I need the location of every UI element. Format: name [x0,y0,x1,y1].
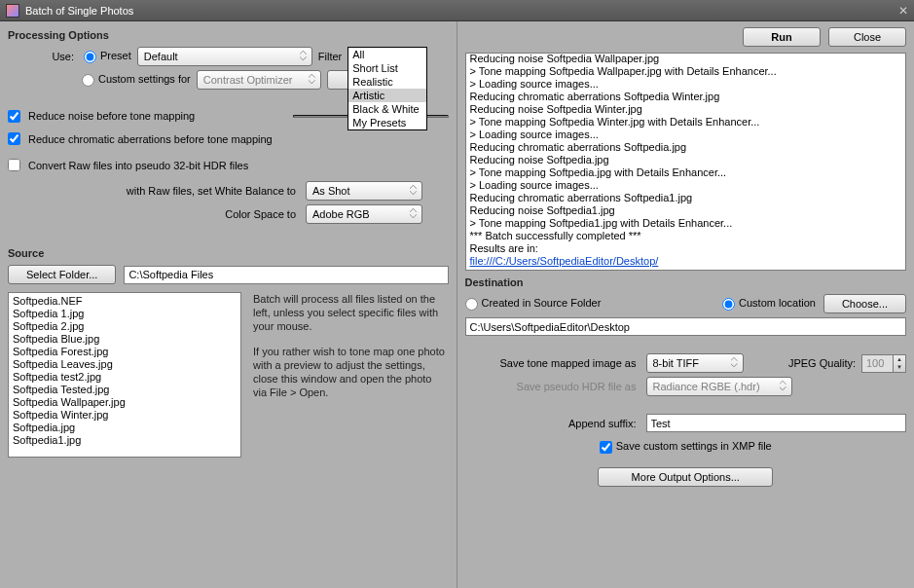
filter-option[interactable]: Short List [348,61,426,75]
preset-radio[interactable]: Preset [84,50,131,63]
close-button[interactable]: Close [828,27,906,47]
log-line: Reducing chromatic aberrations Softpedia… [470,192,902,204]
filter-option[interactable]: Realistic [348,75,426,89]
log-line: > Loading source images... [470,129,902,141]
custom-location-radio[interactable]: Custom location [722,297,816,311]
save-hdr-label: Save pseudo HDR file as [465,381,640,392]
select-folder-button[interactable]: Select Folder... [8,265,116,284]
log-line: Reducing chromatic aberrations Softpedia… [470,141,902,154]
list-item[interactable]: Softpedia.jpg [13,422,237,434]
destination-path-input[interactable] [465,317,907,336]
source-file-list[interactable]: Softpedia.NEFSoftpedia 1.jpgSoftpedia 2.… [8,292,241,458]
use-label: Use: [47,51,78,62]
list-item[interactable]: Softpedia Winter.jpg [13,409,237,422]
log-line: Results are in: [470,242,902,255]
list-item[interactable]: Softpedia Leaves.jpg [13,358,237,371]
list-item[interactable]: Softpedia Wallpaper.jpg [13,396,237,409]
append-suffix-label: Append suffix: [465,418,640,429]
log-line: > Tone mapping Softpedia1.jpg with Detai… [470,217,902,230]
more-output-options-button[interactable]: More Output Options... [598,467,773,487]
list-item[interactable]: Softpedia Tested.jpg [13,384,237,396]
list-item[interactable]: Softpedia Blue.jpg [13,333,237,346]
source-heading: Source [8,247,449,259]
run-button[interactable]: Run [743,27,821,47]
list-item[interactable]: Softpedia 2.jpg [13,320,237,333]
save-tonemapped-select[interactable]: 8-bit TIFF [646,353,744,373]
preset-select[interactable]: Default [137,47,312,66]
log-line: Reducing chromatic aberrations Softpedia… [470,91,902,103]
list-item[interactable]: Softpedia test2.jpg [13,371,237,384]
reduce-chroma-label: Reduce chromatic aberrations before tone… [28,133,273,145]
custom-settings-radio[interactable]: Custom settings for [82,73,191,87]
reduce-chroma-checkbox[interactable] [8,132,20,145]
source-hint-1: Batch will process all files listed on t… [253,292,449,333]
log-output[interactable]: Reducing chromatic aberrations Softpedia… [465,53,907,271]
filter-option[interactable]: Black & White [348,102,426,116]
list-item[interactable]: Softpedia Forest.jpg [13,346,237,358]
title-bar: Batch of Single Photos ✕ [0,0,914,21]
list-item[interactable]: Softpedia 1.jpg [13,308,237,320]
source-hint-2: If you rather wish to tone map one photo… [253,345,449,399]
processing-options-heading: Processing Options [8,29,449,41]
window-title: Batch of Single Photos [25,5,898,17]
source-path-input[interactable] [124,266,448,284]
close-icon[interactable]: ✕ [898,4,908,18]
convert-raw-label: Convert Raw files into pseudo 32-bit HDR… [28,160,248,171]
app-icon [6,4,19,18]
jpeg-quality-label: JPEG Quality: [788,357,856,369]
append-suffix-input[interactable] [646,414,907,432]
filter-dropdown: AllShort ListRealisticArtisticBlack & Wh… [347,47,427,130]
log-line: > Tone mapping Softpedia Winter.jpg with… [470,116,902,129]
custom-settings-select[interactable]: Contrast Optimizer [197,70,321,90]
log-line: > Tone mapping Softpedia Wallpaper.jpg w… [470,65,902,78]
log-line: > Tone mapping Softpedia.jpg with Detail… [470,166,902,179]
white-balance-select[interactable]: As Shot [306,181,422,201]
created-in-source-radio[interactable]: Created in Source Folder [465,297,602,311]
save-tonemapped-label: Save tone mapped image as [465,357,640,369]
log-line: > Loading source images... [470,179,902,192]
jpeg-quality-spinner[interactable]: ▲▼ [861,354,906,373]
filter-option[interactable]: My Presets [348,116,426,129]
log-line: *** Batch successfully completed *** [470,230,902,242]
save-hdr-select: Radiance RGBE (.hdr) [646,377,792,396]
color-space-label: Color Space to [8,208,300,220]
filter-option[interactable]: All [348,48,426,61]
log-line: > Loading source images... [470,78,902,91]
list-item[interactable]: Softpedia.NEF [13,295,237,308]
destination-heading: Destination [465,276,907,288]
color-space-select[interactable]: Adobe RGB [306,204,422,224]
log-line: Reducing noise Softpedia1.jpg [470,204,902,217]
list-item[interactable]: Softpedia1.jpg [13,434,237,447]
log-line: Reducing noise Softpedia.jpg [470,154,902,166]
choose-button[interactable]: Choose... [823,294,906,313]
reduce-noise-label: Reduce noise before tone mapping [28,110,195,122]
log-result-link[interactable]: file:///C:/Users/SoftpediaEditor/Desktop… [470,255,902,268]
white-balance-label: with Raw files, set White Balance to [8,185,300,197]
log-line: Reducing noise Softpedia Wallpaper.jpg [470,53,902,65]
log-line: Reducing noise Softpedia Winter.jpg [470,103,902,116]
convert-raw-checkbox[interactable] [8,159,20,171]
filter-label: Filter [318,51,342,62]
reduce-noise-checkbox[interactable] [8,110,20,123]
filter-option[interactable]: Artistic [348,89,426,102]
save-xmp-checkbox[interactable]: Save custom settings in XMP file [600,440,772,454]
